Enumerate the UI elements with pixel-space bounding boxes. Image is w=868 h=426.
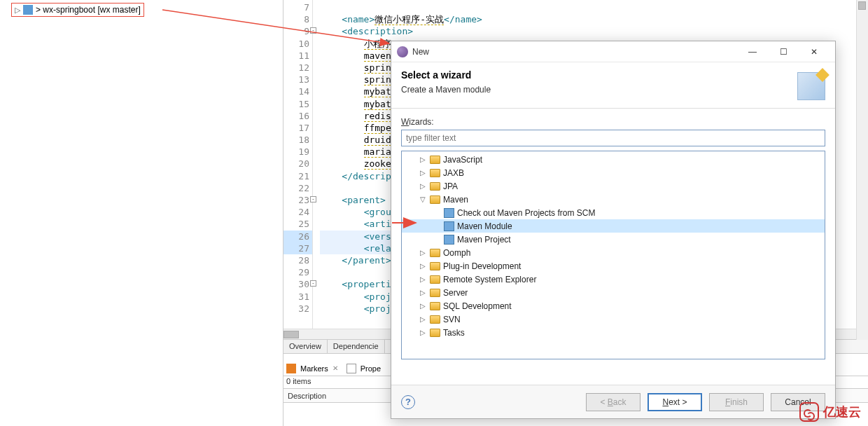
wizard-tree-item-selected[interactable]: Maven Module bbox=[402, 219, 825, 233]
wizard-tree-item[interactable]: ▽Maven bbox=[402, 193, 825, 206]
tab-dependencies[interactable]: Dependencie bbox=[328, 340, 385, 353]
chevron-icon: ▷ bbox=[419, 249, 427, 256]
scrollbar-thumb[interactable] bbox=[284, 331, 299, 338]
folder-icon bbox=[430, 156, 440, 164]
wizard-subheading: Create a Maven module bbox=[401, 85, 491, 95]
wizard-tree-item[interactable]: ▷Oomph bbox=[402, 246, 825, 259]
markers-items-count: 0 items bbox=[284, 377, 311, 385]
folder-icon bbox=[430, 275, 440, 284]
tree-item-label: Check out Maven Projects from SCM bbox=[457, 208, 595, 218]
tree-item-label: Remote System Explorer bbox=[443, 275, 536, 284]
dialog-banner: Select a wizard Create a Maven module bbox=[391, 62, 835, 109]
maximize-button[interactable]: ☐ bbox=[768, 41, 799, 62]
project-name: > wx-springboot [wx master] bbox=[36, 5, 141, 15]
wizard-tree-item[interactable]: ▷Plug-in Development bbox=[402, 259, 825, 273]
wizard-heading: Select a wizard bbox=[401, 69, 491, 81]
tree-item-label: Maven Project bbox=[457, 235, 511, 245]
wizard-filter-input[interactable] bbox=[401, 130, 825, 146]
wizard-tree-item[interactable]: ▷SQL Development bbox=[402, 299, 825, 312]
chevron-icon: ▷ bbox=[419, 275, 427, 283]
tab-overview[interactable]: Overview bbox=[284, 340, 328, 353]
dialog-titlebar[interactable]: New — ☐ ✕ bbox=[391, 41, 835, 62]
folder-icon bbox=[430, 169, 440, 177]
wizard-tree-item[interactable]: ▷Tasks bbox=[402, 326, 825, 339]
watermark: 亿速云 bbox=[799, 402, 861, 422]
chevron-right-icon: ▷ bbox=[15, 6, 20, 15]
folder-icon bbox=[430, 182, 440, 191]
markers-label[interactable]: Markers bbox=[300, 364, 328, 373]
tree-item-label: Plug-in Development bbox=[443, 261, 521, 271]
chevron-icon: ▷ bbox=[419, 156, 427, 163]
tree-item-label: SVN bbox=[443, 315, 461, 324]
tree-item-label: Maven Module bbox=[457, 221, 512, 231]
next-button[interactable]: Next > bbox=[648, 393, 702, 411]
wizard-tree-item[interactable]: ▷Server bbox=[402, 286, 825, 299]
project-icon bbox=[23, 5, 33, 15]
markers-icon bbox=[286, 364, 296, 373]
properties-label[interactable]: Prope bbox=[360, 364, 381, 373]
finish-button[interactable]: Finish bbox=[709, 393, 764, 411]
folder-icon bbox=[430, 249, 440, 257]
folder-icon bbox=[430, 289, 440, 297]
wizard-item-icon bbox=[444, 208, 454, 218]
tree-item-label: JPA bbox=[443, 181, 458, 191]
chevron-icon: ▷ bbox=[419, 329, 427, 336]
back-button[interactable]: < Back bbox=[586, 393, 640, 411]
chevron-icon: ▷ bbox=[419, 182, 427, 190]
tree-item-label: JAXB bbox=[443, 168, 464, 178]
editor-vertical-scrollbar[interactable] bbox=[856, 0, 868, 340]
line-number-gutter: 789-1011121314151617181920212223-2425262… bbox=[284, 0, 313, 329]
wizard-tree-item[interactable]: Maven Project bbox=[402, 233, 825, 246]
project-explorer: ▷ > wx-springboot [wx master] bbox=[0, 0, 284, 426]
tree-item-label: JavaScript bbox=[443, 155, 482, 165]
chevron-icon: ▷ bbox=[419, 262, 427, 270]
wizard-tree-item[interactable]: Check out Maven Projects from SCM bbox=[402, 206, 825, 219]
help-button[interactable]: ? bbox=[401, 395, 415, 409]
chevron-icon: ▷ bbox=[419, 315, 427, 323]
watermark-icon bbox=[799, 402, 819, 422]
folder-icon bbox=[430, 315, 440, 324]
folder-icon bbox=[430, 262, 440, 270]
eclipse-icon bbox=[397, 46, 408, 57]
wizard-banner-icon bbox=[797, 72, 825, 100]
scrollbar-thumb[interactable] bbox=[858, 1, 866, 10]
tree-item-label: Maven bbox=[443, 195, 468, 205]
dialog-button-bar: ? < Back Next > Finish Cancel bbox=[391, 385, 835, 418]
tree-item-label: SQL Development bbox=[443, 301, 512, 311]
folder-icon bbox=[430, 195, 440, 204]
wizard-tree[interactable]: ▷JavaScript▷JAXB▷JPA▽MavenCheck out Mave… bbox=[401, 151, 825, 359]
wizard-item-icon bbox=[444, 235, 454, 245]
tree-item-label: Server bbox=[443, 288, 468, 298]
project-root-item[interactable]: ▷ > wx-springboot [wx master] bbox=[11, 3, 144, 17]
close-button[interactable]: ✕ bbox=[799, 41, 830, 62]
chevron-icon: ▷ bbox=[419, 289, 427, 296]
new-wizard-dialog: New — ☐ ✕ Select a wizard Create a Maven… bbox=[391, 41, 836, 419]
tree-item-label: Tasks bbox=[443, 328, 465, 338]
wizard-tree-item[interactable]: ▷Remote System Explorer bbox=[402, 273, 825, 286]
close-view-icon[interactable]: ✕ bbox=[332, 364, 338, 372]
minimize-button[interactable]: — bbox=[737, 41, 768, 62]
chevron-icon: ▷ bbox=[419, 302, 427, 310]
properties-icon bbox=[346, 364, 356, 373]
wizard-tree-item[interactable]: ▷JavaScript bbox=[402, 153, 825, 166]
dialog-title: New bbox=[412, 47, 737, 57]
folder-icon bbox=[430, 302, 440, 310]
wizard-tree-item[interactable]: ▷SVN bbox=[402, 312, 825, 326]
tree-item-label: Oomph bbox=[443, 248, 470, 258]
chevron-icon: ▷ bbox=[419, 169, 427, 177]
wizard-tree-item[interactable]: ▷JAXB bbox=[402, 166, 825, 179]
wizard-tree-item[interactable]: ▷JPA bbox=[402, 179, 825, 193]
wizard-item-icon bbox=[444, 221, 454, 231]
wizards-label: WWizards:izards: bbox=[401, 117, 825, 127]
watermark-text: 亿速云 bbox=[823, 404, 861, 420]
chevron-icon: ▽ bbox=[419, 195, 427, 203]
folder-icon bbox=[430, 329, 440, 337]
